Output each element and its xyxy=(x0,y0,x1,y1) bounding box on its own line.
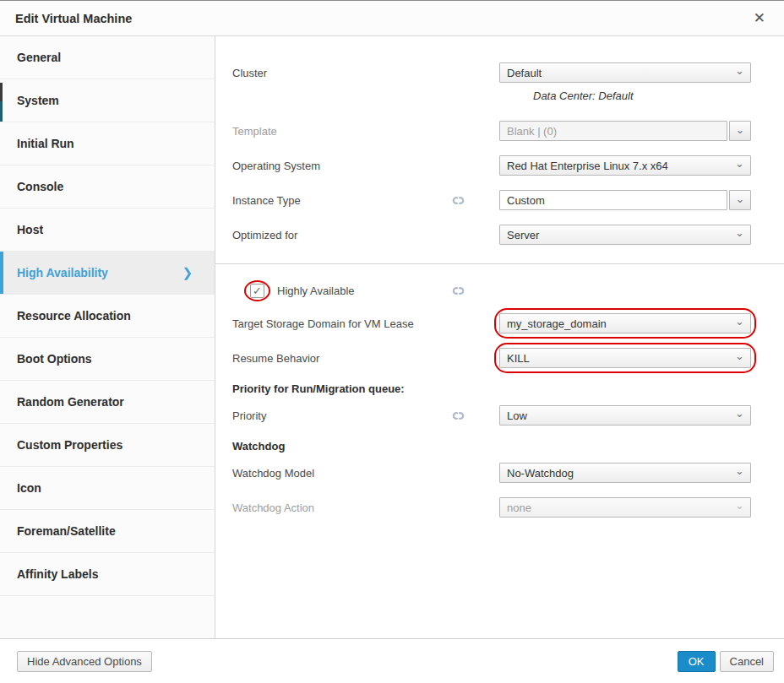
watchdog-heading: Watchdog xyxy=(215,440,784,453)
priority-label: Priority xyxy=(232,409,266,422)
cluster-label: Cluster xyxy=(232,67,267,79)
linked-fields-icon xyxy=(451,411,466,420)
chevron-down-icon: ⌄ xyxy=(736,124,745,135)
sidebar-item-icon[interactable]: Icon xyxy=(0,467,215,510)
close-icon[interactable]: ✕ xyxy=(750,9,769,27)
settings-sidebar: General System Initial Run Console Host … xyxy=(0,36,215,638)
sidebar-item-host[interactable]: Host xyxy=(0,209,215,252)
high-availability-panel: Cluster Default ⌄ Data Center: Default T… xyxy=(215,36,784,638)
section-divider xyxy=(215,263,784,264)
data-center-note: Data Center: Default xyxy=(533,89,784,102)
chevron-down-icon: ⌄ xyxy=(736,193,745,204)
sidebar-item-console[interactable]: Console xyxy=(0,165,215,209)
cancel-button[interactable]: Cancel xyxy=(720,651,774,672)
edit-vm-dialog: Edit Virtual Machine ✕ General System In… xyxy=(0,0,784,683)
chevron-down-icon: ⌄ xyxy=(735,464,744,477)
instance-type-input[interactable]: Custom xyxy=(499,190,727,210)
highly-available-checkbox[interactable]: ✓ xyxy=(250,284,264,298)
ok-button[interactable]: OK xyxy=(678,651,716,672)
operating-system-label: Operating System xyxy=(232,160,320,172)
sidebar-item-high-availability[interactable]: High Availability ❯ xyxy=(0,252,215,295)
sidebar-item-custom-properties[interactable]: Custom Properties xyxy=(0,424,215,467)
optimized-for-select[interactable]: Server ⌄ xyxy=(499,225,751,245)
chevron-down-icon: ⌄ xyxy=(735,226,744,239)
chevron-down-icon: ⌄ xyxy=(735,350,744,362)
template-label: Template xyxy=(232,125,277,138)
linked-fields-icon xyxy=(451,196,466,205)
priority-queue-heading: Priority for Run/Migration queue: xyxy=(215,382,784,395)
resume-behavior-select[interactable]: KILL ⌄ xyxy=(499,348,751,368)
linked-fields-icon xyxy=(451,286,466,295)
chevron-right-icon: ❯ xyxy=(182,265,193,280)
dialog-titlebar: Edit Virtual Machine ✕ xyxy=(0,1,784,36)
sidebar-item-random-generator[interactable]: Random Generator xyxy=(0,381,215,424)
watchdog-model-label: Watchdog Model xyxy=(232,467,314,480)
dialog-title: Edit Virtual Machine xyxy=(15,12,132,25)
watchdog-model-select[interactable]: No-Watchdog ⌄ xyxy=(499,463,751,483)
highly-available-label: Highly Available xyxy=(277,285,355,297)
dialog-footer: Hide Advanced Options OK Cancel xyxy=(0,638,784,683)
chevron-down-icon: ⌄ xyxy=(735,499,744,512)
optimized-for-label: Optimized for xyxy=(232,229,297,241)
cluster-select[interactable]: Default ⌄ xyxy=(499,62,751,83)
instance-type-label: Instance Type xyxy=(232,194,301,207)
resume-behavior-label: Resume Behavior xyxy=(232,352,319,365)
sidebar-item-system[interactable]: System xyxy=(0,79,215,122)
chevron-down-icon: ⌄ xyxy=(735,315,744,328)
chevron-down-icon: ⌄ xyxy=(735,157,744,170)
template-input: Blank | (0) xyxy=(499,121,727,141)
hide-advanced-options-button[interactable]: Hide Advanced Options xyxy=(17,651,152,672)
red-circle-annotation: ✓ xyxy=(244,280,270,301)
sidebar-item-foreman-satellite[interactable]: Foreman/Satellite xyxy=(0,510,215,553)
priority-select[interactable]: Low ⌄ xyxy=(499,405,751,426)
sidebar-item-resource-allocation[interactable]: Resource Allocation xyxy=(0,295,215,338)
operating-system-select[interactable]: Red Hat Enterprise Linux 7.x x64 ⌄ xyxy=(499,155,751,176)
sidebar-item-boot-options[interactable]: Boot Options xyxy=(0,338,215,381)
sidebar-item-initial-run[interactable]: Initial Run xyxy=(0,122,215,165)
vm-lease-label: Target Storage Domain for VM Lease xyxy=(232,317,414,330)
sidebar-item-general[interactable]: General xyxy=(0,36,215,79)
watchdog-action-label: Watchdog Action xyxy=(232,501,314,514)
watchdog-action-select: none ⌄ xyxy=(499,497,751,518)
vm-lease-select[interactable]: my_storage_domain ⌄ xyxy=(499,313,751,333)
template-dropdown-button[interactable]: ⌄ xyxy=(729,121,751,141)
instance-type-dropdown-button[interactable]: ⌄ xyxy=(729,190,751,210)
chevron-down-icon: ⌄ xyxy=(735,407,744,420)
sidebar-item-affinity-labels[interactable]: Affinity Labels xyxy=(0,553,215,596)
chevron-down-icon: ⌄ xyxy=(735,64,744,77)
